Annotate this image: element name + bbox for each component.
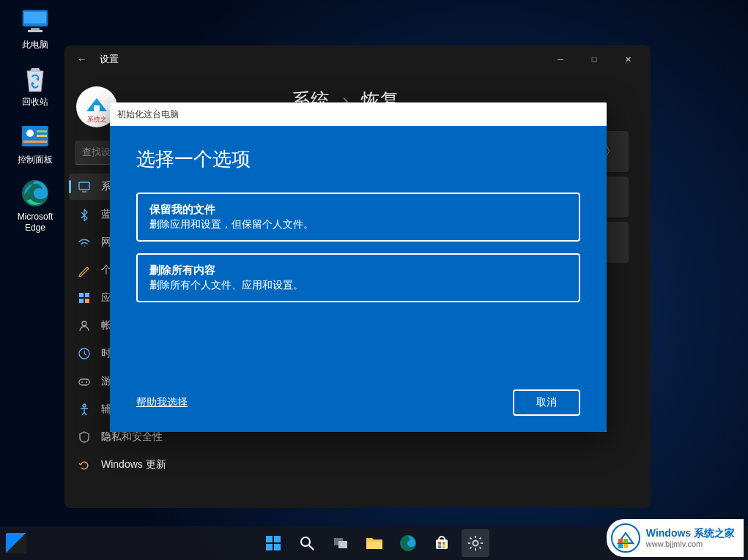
nav-item-update[interactable]: Windows 更新 [69, 452, 265, 478]
svg-rect-16 [85, 293, 89, 297]
svg-rect-37 [438, 542, 441, 545]
svg-rect-33 [338, 541, 347, 548]
svg-rect-13 [79, 182, 89, 190]
store-button[interactable] [428, 529, 456, 557]
nav-label: Windows 更新 [101, 458, 166, 471]
svg-point-30 [301, 537, 310, 546]
edge-icon [20, 178, 51, 209]
window-title: 设置 [100, 53, 119, 66]
svg-rect-11 [94, 105, 100, 111]
svg-point-23 [86, 381, 87, 383]
svg-rect-21 [79, 379, 89, 385]
desktop-control-panel[interactable]: 控制面板 [6, 121, 64, 165]
close-button[interactable]: ✕ [611, 48, 645, 71]
cancel-button[interactable]: 取消 [513, 389, 580, 416]
svg-rect-40 [442, 545, 445, 548]
minimize-button[interactable]: ─ [544, 48, 577, 71]
svg-rect-8 [23, 141, 47, 143]
widgets-button[interactable] [6, 533, 26, 553]
help-link[interactable]: 帮助我选择 [136, 396, 188, 409]
svg-rect-45 [623, 544, 628, 548]
watermark-url: www.bjjmlv.com [646, 540, 735, 548]
watermark-logo-icon [611, 523, 640, 553]
svg-rect-1 [24, 12, 46, 23]
recycle-bin-icon [20, 63, 51, 94]
watermark: Windows 系统之家 www.bjjmlv.com [607, 519, 744, 557]
personalize-icon [78, 264, 91, 277]
settings-button[interactable] [462, 529, 489, 557]
svg-rect-18 [85, 299, 89, 303]
svg-rect-38 [442, 542, 445, 545]
svg-point-19 [82, 321, 86, 326]
dialog-heading: 选择一个选项 [136, 146, 580, 172]
bluetooth-icon [78, 208, 91, 221]
svg-point-24 [83, 404, 86, 407]
option-title: 删除所有内容 [149, 264, 567, 277]
desktop-icon-label: 回收站 [22, 97, 48, 107]
desktop-edge[interactable]: Microsoft Edge [6, 178, 64, 233]
chevron-right-icon: 〉 [606, 145, 615, 158]
desktop-this-pc[interactable]: 此电脑 [6, 6, 64, 50]
option-desc: 删除应用和设置，但保留个人文件。 [149, 218, 567, 231]
svg-rect-42 [618, 539, 623, 543]
svg-rect-29 [274, 544, 281, 550]
time-icon [78, 347, 91, 360]
update-icon [78, 458, 91, 471]
desktop-icon-label: 此电脑 [22, 40, 48, 50]
svg-rect-15 [79, 293, 84, 297]
svg-rect-43 [623, 539, 628, 543]
svg-point-22 [81, 381, 83, 383]
svg-rect-6 [37, 130, 47, 132]
task-view-button[interactable] [327, 529, 355, 557]
svg-rect-7 [37, 135, 47, 137]
svg-rect-34 [366, 542, 382, 549]
monitor-icon [20, 6, 51, 37]
svg-rect-39 [438, 545, 441, 548]
desktop-icon-label: Microsoft Edge [6, 212, 64, 233]
option-desc: 删除所有个人文件、应用和设置。 [149, 279, 567, 292]
accessibility-icon [78, 403, 91, 416]
wifi-icon [78, 236, 91, 249]
nav-label: 隐私和安全性 [101, 430, 163, 444]
apps-icon [78, 291, 91, 305]
option-remove-everything[interactable]: 删除所有内容 删除所有个人文件、应用和设置。 [136, 253, 580, 302]
maximize-button[interactable]: □ [577, 48, 611, 71]
svg-rect-3 [28, 30, 42, 32]
svg-rect-17 [79, 299, 84, 303]
svg-rect-2 [31, 28, 40, 30]
back-button[interactable]: ← [70, 53, 94, 65]
reset-pc-dialog: 初始化这台电脑 选择一个选项 保留我的文件 删除应用和设置，但保留个人文件。 删… [110, 102, 607, 432]
watermark-brand: Windows 系统之家 [646, 528, 735, 539]
desktop-recycle-bin[interactable]: 回收站 [6, 63, 64, 107]
system-icon [78, 180, 91, 193]
svg-text:系统之: 系统之 [87, 116, 107, 123]
option-title: 保留我的文件 [149, 203, 567, 217]
start-button[interactable] [259, 529, 287, 557]
accounts-icon [78, 319, 91, 332]
svg-rect-44 [618, 544, 623, 548]
dialog-title: 初始化这台电脑 [110, 102, 607, 126]
svg-rect-36 [436, 540, 448, 549]
file-explorer-button[interactable] [360, 529, 388, 557]
svg-line-31 [309, 545, 314, 550]
svg-rect-26 [266, 536, 273, 542]
desktop-icon-label: 控制面板 [18, 154, 53, 165]
control-panel-icon [20, 121, 51, 152]
svg-point-5 [26, 130, 34, 137]
svg-rect-27 [274, 536, 281, 542]
privacy-icon [78, 430, 91, 444]
edge-button[interactable] [394, 529, 422, 557]
svg-point-41 [473, 541, 478, 546]
search-button[interactable] [293, 529, 321, 557]
svg-rect-28 [266, 544, 273, 550]
option-keep-files[interactable]: 保留我的文件 删除应用和设置，但保留个人文件。 [136, 193, 580, 242]
gaming-icon [78, 375, 91, 388]
settings-titlebar: ← 设置 ─ □ ✕ [64, 45, 651, 73]
